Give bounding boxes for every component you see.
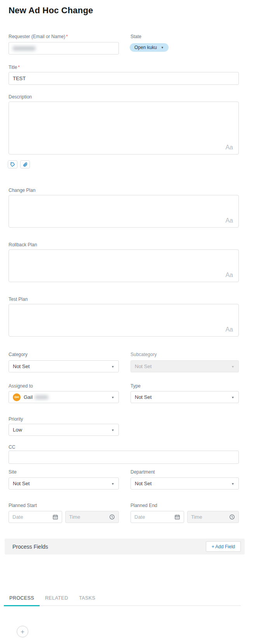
requester-label: Requester (Email or Name)* [9, 34, 68, 39]
type-label: Type [130, 383, 141, 389]
rollback-plan-label: Rollback Plan [9, 242, 37, 247]
assigned-to-surname-redacted [35, 395, 48, 399]
calendar-icon[interactable] [174, 514, 180, 520]
tab-bar: PROCESS RELATED TASKS [4, 595, 241, 606]
tag-button[interactable] [8, 160, 17, 168]
calendar-icon[interactable] [52, 514, 58, 520]
required-mark: * [18, 65, 20, 70]
add-field-button[interactable]: + Add Field [206, 541, 241, 552]
process-fields-title: Process Fields [12, 544, 48, 550]
clock-icon[interactable] [229, 514, 235, 520]
site-dropdown[interactable]: Not Set ▼ [9, 477, 119, 490]
chevron-down-icon: ▼ [111, 428, 115, 432]
text-format-icon[interactable]: Aa [225, 144, 233, 151]
rollback-plan-textarea[interactable]: Aa [9, 249, 239, 282]
process-fields-section: Process Fields + Add Field [5, 539, 245, 555]
assigned-to-label: Assigned to [9, 383, 33, 389]
description-label: Description [9, 94, 32, 100]
planned-end-label: Planned End [130, 503, 157, 508]
plus-icon: + [21, 628, 24, 635]
type-dropdown[interactable]: Not Set ▼ [130, 391, 239, 403]
planned-end-date[interactable]: Date [130, 511, 184, 523]
planned-start-label: Planned Start [9, 503, 37, 508]
page-title: New Ad Hoc Change [9, 5, 93, 16]
department-dropdown[interactable]: Not Set ▼ [130, 477, 239, 490]
chevron-down-icon: ▼ [111, 365, 115, 368]
requester-value-redacted [13, 46, 35, 51]
tag-icon [10, 162, 15, 167]
chevron-down-icon: ▼ [231, 482, 235, 485]
title-input[interactable] [9, 72, 239, 85]
state-dropdown[interactable]: Open kuku ▼ [130, 43, 169, 52]
priority-label: Priority [9, 416, 23, 422]
new-ad-hoc-change-form: New Ad Hoc Change Requester (Email or Na… [0, 0, 261, 644]
subcategory-value: Not Set [135, 363, 151, 369]
type-value: Not Set [135, 394, 151, 400]
requester-input[interactable] [9, 42, 119, 54]
planned-start-time[interactable]: Time [65, 511, 119, 523]
priority-value: Low [13, 427, 22, 433]
assigned-to-value: Gail [24, 394, 33, 400]
tab-related[interactable]: RELATED [40, 595, 74, 606]
change-plan-label: Change Plan [9, 188, 35, 193]
chevron-down-icon: ▼ [111, 395, 115, 399]
add-process-item-button[interactable]: + [17, 626, 28, 637]
chevron-down-icon: ▼ [111, 482, 115, 485]
chevron-down-icon: ▼ [231, 365, 235, 368]
clock-icon[interactable] [109, 514, 115, 520]
avatar: GH [13, 393, 21, 401]
department-value: Not Set [135, 481, 151, 486]
planned-start-date[interactable]: Date [9, 511, 62, 523]
category-dropdown[interactable]: Not Set ▼ [9, 360, 119, 372]
description-textarea[interactable]: Aa [9, 102, 239, 154]
text-format-icon[interactable]: Aa [225, 217, 233, 224]
test-plan-label: Test Plan [9, 297, 28, 302]
state-label: State [130, 34, 141, 39]
chevron-down-icon: ▼ [231, 395, 235, 399]
paperclip-icon [23, 162, 28, 167]
department-label: Department [130, 469, 155, 475]
site-value: Not Set [13, 481, 30, 486]
text-format-icon[interactable]: Aa [225, 326, 233, 333]
site-label: Site [9, 469, 17, 475]
tab-tasks[interactable]: TASKS [73, 595, 101, 606]
tab-process[interactable]: PROCESS [4, 595, 40, 606]
change-plan-textarea[interactable]: Aa [9, 195, 239, 228]
state-value: Open kuku [134, 45, 157, 50]
title-label: Title* [9, 65, 20, 70]
required-mark: * [66, 34, 68, 39]
subcategory-dropdown: Not Set ▼ [130, 360, 239, 372]
text-format-icon[interactable]: Aa [225, 272, 233, 279]
priority-dropdown[interactable]: Low ▼ [9, 424, 119, 436]
subcategory-label: Subcategory [130, 352, 157, 357]
test-plan-textarea[interactable]: Aa [9, 304, 239, 337]
assigned-to-dropdown[interactable]: GH Gail ▼ [9, 391, 119, 403]
category-value: Not Set [13, 363, 30, 369]
chevron-down-icon: ▼ [161, 46, 164, 49]
planned-end-time[interactable]: Time [187, 511, 239, 523]
attach-button[interactable] [20, 160, 30, 168]
cc-input[interactable] [9, 451, 239, 464]
cc-label: CC [9, 444, 15, 450]
category-label: Category [9, 352, 28, 357]
